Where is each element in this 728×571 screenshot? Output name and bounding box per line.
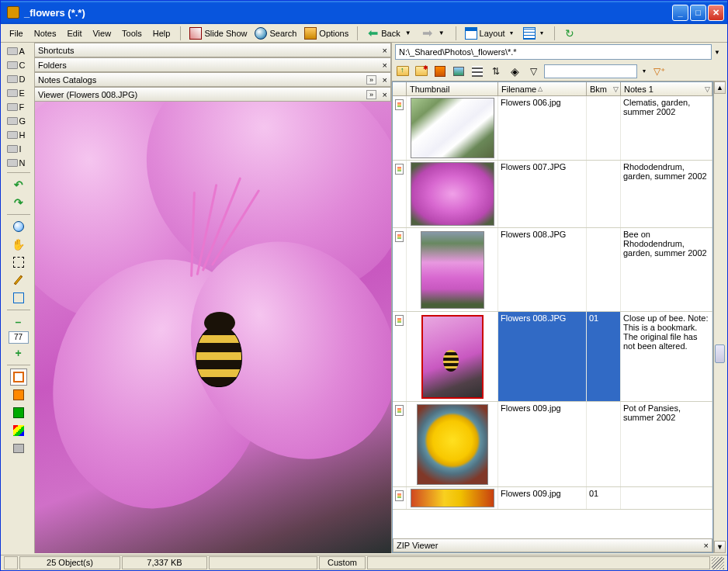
- table-row[interactable]: Flowers 009.jpgPot of Pansies, summer 20…: [393, 402, 712, 487]
- drive-d[interactable]: D: [5, 72, 32, 85]
- drive-e[interactable]: E: [5, 86, 32, 99]
- col-icon[interactable]: [393, 82, 407, 95]
- options-button[interactable]: Options: [300, 26, 352, 41]
- actual-size-button[interactable]: [10, 386, 27, 403]
- measure-tool[interactable]: [10, 289, 27, 306]
- drive-n[interactable]: N: [5, 156, 32, 169]
- zoom-in-button[interactable]: +: [10, 344, 27, 362]
- path-input[interactable]: [395, 44, 712, 60]
- row-notes-cell[interactable]: Clematis, garden, summer 2002: [621, 96, 712, 160]
- close-icon[interactable]: ×: [383, 75, 387, 85]
- row-filename-cell[interactable]: Flowers 009.jpg: [498, 487, 587, 509]
- funnel-icon[interactable]: ▽: [613, 85, 619, 93]
- table-row[interactable]: Flowers 008.JPG01Close up of bee. Note: …: [393, 312, 712, 402]
- up-folder-button[interactable]: [395, 64, 411, 79]
- viewer-header[interactable]: Viewer (Flowers 008.JPG)»×: [35, 87, 391, 102]
- drive-h[interactable]: H: [5, 128, 32, 141]
- zip-viewer-header[interactable]: ZIP Viewer×: [393, 538, 712, 552]
- chevron-down-icon[interactable]: ▼: [436, 29, 447, 36]
- table-row[interactable]: Flowers 008.JPGBee on Rhododendrum, gard…: [393, 228, 712, 312]
- menu-tools[interactable]: Tools: [116, 26, 147, 40]
- refresh-button[interactable]: ↻: [560, 26, 580, 41]
- drive-c[interactable]: C: [5, 58, 32, 71]
- back-button[interactable]: ⬅Back▼: [362, 26, 417, 41]
- row-bookmark-cell[interactable]: [587, 96, 621, 160]
- clear-filter-button[interactable]: ▽⁺: [651, 64, 667, 79]
- filter-input[interactable]: [544, 64, 637, 78]
- shortcuts-header[interactable]: Shortcuts×: [35, 43, 391, 57]
- expand-icon[interactable]: »: [366, 75, 376, 85]
- grid-body[interactable]: Flowers 006.jpgClematis, garden, summer …: [393, 96, 712, 538]
- close-button[interactable]: ✕: [708, 5, 724, 21]
- col-filename[interactable]: Filename△: [498, 82, 587, 95]
- titlebar[interactable]: _flowers (*.*) _ □ ✕: [1, 1, 727, 24]
- menu-notes[interactable]: Notes: [29, 26, 62, 40]
- maximize-button[interactable]: □: [690, 5, 706, 21]
- close-icon[interactable]: ×: [383, 90, 387, 99]
- row-notes-cell[interactable]: Pot of Pansies, summer 2002: [621, 402, 712, 486]
- row-bookmark-cell[interactable]: [587, 161, 621, 227]
- zoom-value[interactable]: 77: [9, 331, 29, 344]
- row-filename-cell[interactable]: Flowers 006.jpg: [498, 96, 587, 160]
- row-notes-cell[interactable]: Bee on Rhododendrum, garden, summer 2002: [621, 228, 712, 311]
- fit-button[interactable]: [10, 369, 27, 386]
- row-bookmark-cell[interactable]: 01: [587, 487, 621, 509]
- print-button[interactable]: [10, 440, 27, 457]
- flag-button[interactable]: [10, 422, 27, 439]
- scroll-thumb[interactable]: [715, 344, 725, 363]
- gridview-button[interactable]: ▾: [519, 26, 549, 41]
- menu-view[interactable]: View: [87, 26, 116, 40]
- row-bookmark-cell[interactable]: [587, 402, 621, 486]
- chevron-down-icon[interactable]: ▼: [403, 29, 414, 36]
- col-bookmark[interactable]: Bkm▽: [587, 82, 621, 95]
- scrollbar[interactable]: ▲ ▼: [713, 81, 726, 553]
- table-row[interactable]: Flowers 006.jpgClematis, garden, summer …: [393, 96, 712, 161]
- pan-tool[interactable]: ✋: [10, 236, 27, 253]
- row-notes-cell[interactable]: Rhododendrum, garden, summer 2002: [621, 161, 712, 227]
- close-icon[interactable]: ×: [383, 46, 387, 55]
- image-button[interactable]: [451, 64, 466, 79]
- expand-icon[interactable]: »: [366, 90, 376, 99]
- zoom-tool[interactable]: [10, 218, 27, 235]
- row-filename-cell[interactable]: Flowers 007.JPG: [498, 161, 587, 227]
- menu-file[interactable]: File: [4, 26, 29, 40]
- folders-header[interactable]: Folders×: [35, 57, 391, 72]
- thumbs-button[interactable]: [470, 64, 485, 79]
- funnel-icon[interactable]: ▽: [705, 85, 710, 93]
- new-folder-button[interactable]: [414, 64, 429, 79]
- row-notes-cell[interactable]: [621, 487, 712, 509]
- search-button[interactable]: Search: [251, 26, 300, 41]
- row-filename-cell[interactable]: Flowers 008.JPG: [498, 228, 587, 311]
- table-row[interactable]: Flowers 007.JPGRhododendrum, garden, sum…: [393, 161, 712, 228]
- lock-zoom-button[interactable]: [10, 404, 27, 421]
- rotate-left-button[interactable]: ↶: [10, 176, 27, 193]
- chevron-down-icon[interactable]: ▾: [538, 29, 546, 36]
- catalogs-header[interactable]: Notes Catalogs»×: [35, 72, 391, 87]
- drive-i[interactable]: I: [5, 142, 32, 155]
- scroll-down-button[interactable]: ▼: [714, 541, 726, 553]
- col-notes[interactable]: Notes 1▽: [621, 82, 712, 95]
- tag-button[interactable]: ◈: [507, 64, 522, 79]
- filter-button[interactable]: ▽: [525, 64, 541, 79]
- col-thumbnail[interactable]: Thumbnail: [407, 82, 498, 95]
- sort-button[interactable]: ⇅: [488, 64, 504, 79]
- row-filename-cell[interactable]: Flowers 008.JPG: [498, 312, 587, 401]
- minimize-button[interactable]: _: [672, 5, 688, 21]
- menu-edit[interactable]: Edit: [61, 26, 87, 40]
- scroll-up-button[interactable]: ▲: [714, 81, 726, 94]
- draw-tool[interactable]: [10, 272, 27, 289]
- resize-grip[interactable]: [712, 557, 724, 569]
- row-notes-cell[interactable]: Close up of bee. Note: This is a bookmar…: [621, 312, 712, 401]
- bookmark-button[interactable]: [432, 64, 448, 79]
- close-icon[interactable]: ×: [704, 541, 709, 550]
- select-tool[interactable]: [10, 254, 27, 271]
- scroll-track[interactable]: [714, 94, 726, 541]
- forward-button[interactable]: ➡▼: [418, 26, 451, 41]
- menu-help[interactable]: Help: [147, 26, 176, 40]
- chevron-down-icon[interactable]: ▾: [640, 67, 648, 74]
- image-viewer[interactable]: [35, 102, 391, 553]
- drive-f[interactable]: F: [5, 100, 32, 113]
- table-row[interactable]: Flowers 009.jpg01: [393, 487, 712, 510]
- slideshow-button[interactable]: Slide Show: [185, 26, 251, 41]
- rotate-right-button[interactable]: ↷: [10, 194, 27, 211]
